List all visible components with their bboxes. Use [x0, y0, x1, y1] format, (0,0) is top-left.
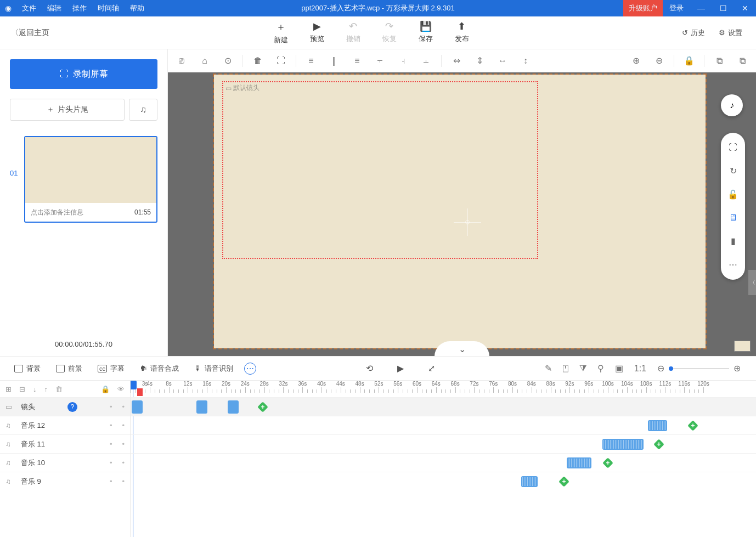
clip[interactable]	[228, 400, 239, 414]
audio-clip[interactable]	[602, 439, 644, 450]
align-center-icon[interactable]: ‖	[324, 53, 345, 69]
unlock-icon[interactable]: 🔓	[727, 189, 738, 200]
record-screen-button[interactable]: ⛶ 录制屏幕	[10, 59, 157, 89]
minimize-button[interactable]: —	[690, 0, 712, 16]
menu-help[interactable]: 帮助	[125, 0, 150, 16]
track-lane-1[interactable]	[131, 416, 756, 434]
audio-clip[interactable]	[648, 420, 667, 431]
close-button[interactable]: ✕	[734, 0, 756, 16]
track-down-icon[interactable]: ↓	[33, 385, 37, 393]
play-button[interactable]: ▶	[397, 363, 404, 374]
track-lane-2[interactable]	[131, 434, 756, 453]
titles-button[interactable]: ＋ 片头片尾	[10, 99, 125, 121]
audio-clip[interactable]	[567, 457, 591, 468]
tab-background[interactable]: 背景	[7, 357, 48, 380]
align-right-icon[interactable]: ≡	[347, 53, 368, 69]
size-h-icon[interactable]: ↕	[515, 53, 536, 69]
add-clip-button[interactable]	[603, 459, 612, 467]
menu-file[interactable]: 文件	[16, 0, 42, 16]
canvas-stage[interactable]: ▭默认镜头 ♪ ⛶ ↻ 🔓 🖥 ▮ ⋯ 〈 ⌄	[168, 72, 756, 356]
toolbar-新建[interactable]: ＋新建	[274, 20, 288, 45]
track-eye-icon[interactable]: 👁	[117, 385, 125, 393]
funnel-icon[interactable]: ⧩	[579, 364, 586, 374]
track-lane-3[interactable]	[131, 453, 756, 472]
time-ruler[interactable]: 4s8s12s16s20s24s28s32s36s40s44s48s52s56s…	[131, 381, 756, 397]
zoom-in-icon[interactable]: ⊕	[625, 53, 646, 69]
zoom-in-small-icon[interactable]: ⊕	[734, 363, 741, 374]
menu-operate[interactable]: 操作	[67, 0, 92, 16]
dock-more-icon[interactable]: ⋯	[729, 259, 737, 270]
focus-icon[interactable]: ⛶	[270, 53, 291, 69]
toolbar-发布[interactable]: ⬆发布	[455, 20, 469, 45]
tab-tts[interactable]: 🗣语音合成	[132, 357, 187, 380]
history-button[interactable]: ↺ 历史	[682, 28, 705, 38]
scene-note-placeholder[interactable]: 点击添加备注信息	[31, 208, 83, 217]
paste-icon[interactable]: ⧉	[732, 53, 753, 69]
add-clip-button[interactable]	[560, 477, 568, 486]
distribute-v-icon[interactable]: ⇕	[469, 53, 490, 69]
track-lock-icon[interactable]: 🔒	[101, 385, 110, 393]
tab-asr[interactable]: 🎙语音识别	[187, 357, 241, 380]
track-up-icon[interactable]: ↑	[44, 385, 48, 393]
add-clip-button[interactable]	[258, 403, 267, 411]
align-top-icon[interactable]: ⫟	[370, 53, 391, 69]
audio-clip[interactable]	[521, 476, 538, 487]
tab-subtitles[interactable]: cc字幕	[90, 357, 132, 380]
track-lane-0[interactable]	[131, 397, 756, 416]
track-delete-icon[interactable]: 🗑	[55, 385, 63, 393]
ratio-icon[interactable]: 1:1	[634, 364, 646, 374]
music-library-button[interactable]: ♫	[129, 99, 157, 121]
help-icon[interactable]: ?	[67, 402, 77, 412]
clip[interactable]	[196, 400, 207, 414]
collapse-canvas-button[interactable]: ⌄	[435, 341, 489, 356]
canvas[interactable]: ▭默认镜头	[214, 75, 706, 348]
lock-icon[interactable]: 🔒	[679, 53, 699, 69]
track-head-2[interactable]: ♫音乐 11••	[0, 434, 130, 453]
track-lane-4[interactable]	[131, 472, 756, 490]
toolbar-保存[interactable]: 💾保存	[419, 20, 433, 45]
edit-tool-icon[interactable]: ✎	[545, 363, 552, 374]
music-fab-button[interactable]: ♪	[721, 94, 743, 116]
track-head-0[interactable]: ▭镜头?••	[0, 397, 130, 416]
track-add-icon[interactable]: ⊞	[5, 385, 12, 393]
align-bottom-icon[interactable]: ⫠	[416, 53, 437, 69]
start-flag[interactable]	[137, 388, 143, 396]
menu-edit[interactable]: 编辑	[42, 0, 67, 16]
tabs-more-button[interactable]: ⋯	[244, 363, 256, 375]
add-clip-button[interactable]	[689, 421, 697, 430]
crop-icon[interactable]: ▣	[615, 363, 623, 374]
expand-right-button[interactable]: 〈	[748, 270, 756, 295]
rewind-button[interactable]: ⟲	[366, 363, 373, 374]
upgrade-button[interactable]: 升级账户	[623, 0, 663, 16]
filter-icon[interactable]: ⍞	[563, 364, 568, 374]
add-clip-button[interactable]	[655, 440, 663, 449]
track-head-4[interactable]: ♫音乐 9••	[0, 472, 130, 490]
track-folder-icon[interactable]: ⊟	[19, 385, 25, 393]
align-left-icon[interactable]: ≡	[301, 53, 321, 69]
zoom-out-small-icon[interactable]: ⊖	[657, 363, 664, 374]
clip[interactable]	[132, 400, 143, 414]
settings-button[interactable]: ⚙ 设置	[719, 28, 742, 38]
desktop-view-icon[interactable]: 🖥	[729, 213, 737, 223]
more-circle-icon[interactable]: ⊙	[217, 53, 238, 69]
anchor-icon[interactable]: ⎚	[171, 53, 192, 69]
distribute-h-icon[interactable]: ⇔	[446, 53, 467, 69]
menu-timeline[interactable]: 时间轴	[92, 0, 125, 16]
mini-map[interactable]	[734, 341, 751, 352]
back-home-button[interactable]: 〈 返回主页	[0, 28, 60, 38]
adjust-icon[interactable]: ⚲	[597, 363, 604, 374]
toolbar-预览[interactable]: ▶预览	[310, 20, 324, 45]
track-head-1[interactable]: ♫音乐 12••	[0, 416, 130, 434]
zoom-slider[interactable]: ⊖ ⊕	[657, 363, 741, 374]
size-w-icon[interactable]: ↔	[492, 53, 513, 69]
scene-item[interactable]: 01 点击添加备注信息 01:55	[10, 136, 157, 223]
home-icon[interactable]: ⌂	[194, 53, 215, 69]
align-middle-icon[interactable]: ⫞	[393, 53, 414, 69]
expand-button[interactable]: ⤢	[428, 363, 435, 374]
rotate-icon[interactable]: ↻	[730, 166, 737, 176]
tab-foreground[interactable]: 前景	[48, 357, 90, 380]
track-head-3[interactable]: ♫音乐 10••	[0, 453, 130, 472]
zoom-out-icon[interactable]: ⊖	[648, 53, 669, 69]
shot-region[interactable]: ▭默认镜头	[222, 81, 538, 259]
copy-icon[interactable]: ⧉	[709, 53, 730, 69]
